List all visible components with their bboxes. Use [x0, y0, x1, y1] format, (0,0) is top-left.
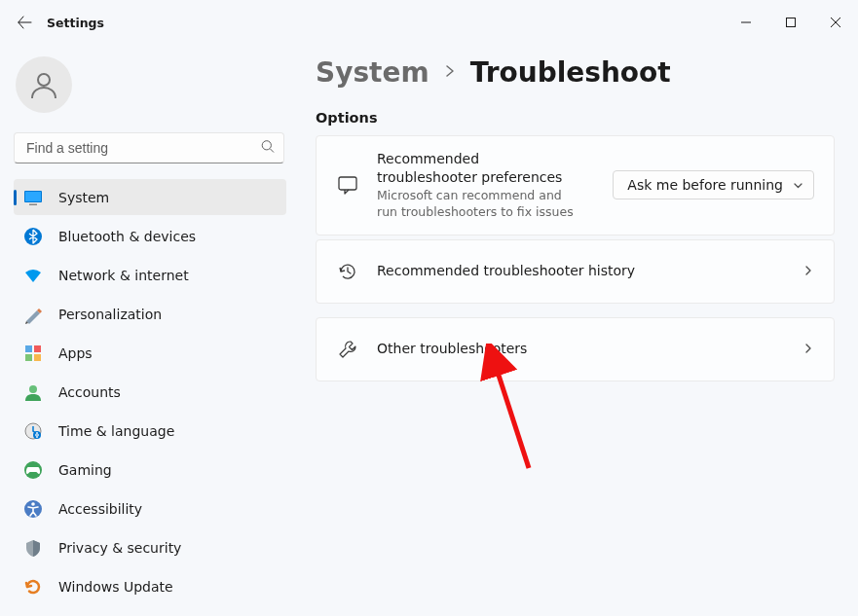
nav-list: System Bluetooth & devices Network & int… — [14, 179, 286, 604]
system-icon — [23, 188, 43, 207]
card-body: Recommended troubleshooter preferences M… — [377, 136, 601, 235]
svg-rect-8 — [34, 345, 41, 352]
nav-item-bluetooth[interactable]: Bluetooth & devices — [14, 218, 286, 254]
card-body: Recommended troubleshooter history — [377, 248, 791, 294]
nav-item-label: Windows Update — [58, 579, 173, 595]
titlebar: Settings — [0, 0, 858, 45]
nav-item-system[interactable]: System — [14, 179, 286, 215]
nav-item-label: Personalization — [58, 307, 162, 322]
window-title: Settings — [47, 16, 104, 30]
nav-item-label: Accounts — [58, 384, 121, 400]
nav-item-accessibility[interactable]: Accessibility — [14, 490, 286, 526]
svg-rect-5 — [29, 203, 37, 205]
avatar[interactable] — [16, 56, 72, 113]
window-controls — [724, 0, 858, 45]
nav-item-gaming[interactable]: Gaming — [14, 452, 286, 488]
svg-rect-10 — [34, 354, 41, 361]
maximize-button[interactable] — [768, 0, 813, 45]
card-subtitle: Microsoft can recommend and run troubles… — [377, 188, 581, 221]
chevron-right-icon — [443, 63, 457, 82]
personalization-icon — [23, 305, 43, 324]
accessibility-icon — [23, 499, 43, 519]
svg-rect-7 — [25, 345, 32, 352]
privacy-icon — [23, 538, 43, 558]
close-icon — [831, 18, 840, 27]
search-input[interactable] — [14, 132, 284, 163]
accounts-icon — [23, 382, 43, 402]
dropdown-value: Ask me before running — [627, 177, 783, 193]
nav-item-label: Privacy & security — [58, 540, 181, 556]
nav-item-label: Network & internet — [58, 268, 189, 283]
minimize-button[interactable] — [724, 0, 768, 45]
svg-point-11 — [29, 385, 37, 393]
chat-icon — [336, 174, 359, 196]
close-button[interactable] — [813, 0, 858, 45]
svg-point-16 — [31, 502, 35, 506]
content: System Troubleshoot Options Recommended … — [292, 45, 858, 616]
nav-item-accounts[interactable]: Accounts — [14, 374, 286, 410]
chevron-right-icon — [802, 340, 814, 358]
svg-rect-9 — [25, 354, 32, 361]
maximize-icon — [786, 18, 796, 27]
nav-item-label: Accessibility — [58, 501, 142, 517]
chevron-right-icon — [802, 262, 814, 280]
prefs-dropdown[interactable]: Ask me before running — [613, 170, 814, 199]
section-header-options: Options — [316, 110, 835, 126]
bluetooth-icon — [23, 227, 43, 246]
card-body: Other troubleshooters — [377, 326, 791, 372]
card-other-troubleshooters[interactable]: Other troubleshooters — [316, 317, 835, 381]
card-history[interactable]: Recommended troubleshooter history — [316, 239, 835, 304]
windowsupdate-icon — [23, 577, 43, 597]
svg-rect-0 — [787, 18, 796, 27]
nav-item-label: System — [58, 190, 109, 205]
nav-item-label: Gaming — [58, 462, 112, 478]
breadcrumb: System Troubleshoot — [316, 56, 835, 89]
network-icon — [23, 266, 43, 285]
nav-item-windowsupdate[interactable]: Windows Update — [14, 568, 286, 604]
svg-rect-4 — [25, 192, 41, 201]
wrench-icon — [336, 339, 359, 360]
minimize-icon — [741, 18, 751, 27]
sidebar: System Bluetooth & devices Network & int… — [0, 45, 292, 616]
time-language-icon — [23, 421, 43, 441]
nav-item-label: Apps — [58, 345, 93, 361]
chevron-down-icon — [793, 180, 803, 191]
breadcrumb-parent[interactable]: System — [316, 56, 429, 89]
card-title: Other troubleshooters — [377, 340, 791, 358]
breadcrumb-current: Troubleshoot — [470, 56, 671, 89]
nav-item-privacy[interactable]: Privacy & security — [14, 529, 286, 565]
nav-item-personalization[interactable]: Personalization — [14, 296, 286, 332]
nav-item-label: Time & language — [58, 423, 174, 439]
card-title: Recommended troubleshooter preferences — [377, 150, 581, 187]
apps-icon — [23, 344, 43, 363]
nav-item-apps[interactable]: Apps — [14, 335, 286, 371]
nav-item-label: Bluetooth & devices — [58, 229, 196, 244]
person-icon — [28, 69, 59, 100]
gaming-icon — [23, 460, 43, 480]
svg-point-1 — [38, 74, 50, 86]
history-icon — [336, 261, 359, 282]
nav-item-time-language[interactable]: Time & language — [14, 413, 286, 449]
back-button[interactable] — [6, 4, 43, 41]
card-troubleshooter-prefs: Recommended troubleshooter preferences M… — [316, 135, 835, 236]
svg-rect-17 — [339, 177, 356, 190]
arrow-left-icon — [17, 15, 32, 30]
card-title: Recommended troubleshooter history — [377, 262, 791, 280]
search-box — [14, 132, 284, 163]
nav-item-network[interactable]: Network & internet — [14, 257, 286, 293]
